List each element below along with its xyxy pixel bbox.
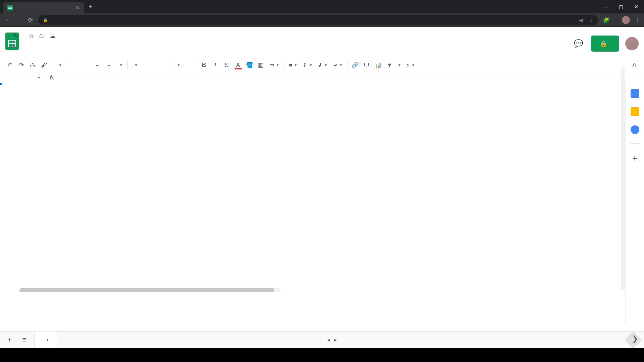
name-box[interactable]: ▼ xyxy=(0,72,44,83)
taskbar xyxy=(0,348,644,362)
paint-format-button[interactable]: 🖌 xyxy=(39,60,49,70)
v-align-button[interactable]: ↧▼ xyxy=(301,62,314,68)
sheet-tab[interactable]: ▼ xyxy=(34,331,57,348)
active-cell-indicator xyxy=(0,83,1,84)
menu-icon[interactable]: ⋮ xyxy=(635,17,640,23)
currency-button[interactable] xyxy=(70,60,80,70)
cloud-status-icon[interactable]: ☁ xyxy=(50,32,56,40)
star-icon[interactable]: ☆ xyxy=(29,32,34,40)
wrap-button[interactable]: ↲▼ xyxy=(316,62,329,68)
all-sheets-button[interactable]: ≡ xyxy=(19,336,30,344)
vertical-scrollbar[interactable] xyxy=(621,68,625,290)
strikethrough-button[interactable]: S xyxy=(222,60,232,70)
close-tab-icon[interactable]: ✕ xyxy=(76,5,80,10)
percent-button[interactable] xyxy=(81,60,91,70)
comment-button[interactable]: 🗨 xyxy=(362,60,372,70)
filter-views-button[interactable]: ▼ xyxy=(396,63,403,67)
italic-button[interactable]: I xyxy=(210,60,220,70)
link-button[interactable]: 🔗 xyxy=(350,60,360,70)
profile-avatar[interactable] xyxy=(622,16,630,24)
chart-button[interactable]: 📊 xyxy=(373,60,383,70)
rotate-button[interactable]: ⤻▼ xyxy=(331,62,344,68)
fx-icon: fx xyxy=(44,74,60,81)
lock-icon: 🔒 xyxy=(600,40,607,47)
h-align-button[interactable]: ≡▼ xyxy=(287,62,300,68)
side-panel: + xyxy=(625,83,644,323)
keep-icon[interactable] xyxy=(631,107,639,116)
sheet-nav-right[interactable]: ► xyxy=(333,337,338,343)
filter-button[interactable]: ▼ xyxy=(384,60,394,70)
toolbar: ↶ ↷ 🖶 🖌 ▼ ← → ▼ ▼ ▼ B I S A 🪣 ▦ ▭▼ ≡▼ ↧▼… xyxy=(0,58,644,72)
borders-button[interactable]: ▦ xyxy=(256,60,266,70)
back-button[interactable]: ← xyxy=(4,17,11,24)
formula-bar[interactable] xyxy=(60,72,644,83)
sheet-menu-icon[interactable]: ▼ xyxy=(46,338,49,342)
tasks-icon[interactable] xyxy=(631,125,639,134)
extensions-icon[interactable]: 🧩 xyxy=(603,17,609,23)
add-sheet-button[interactable]: + xyxy=(5,336,15,344)
expand-side-panel-button[interactable]: ❯ xyxy=(632,335,638,343)
sheets-favicon-icon xyxy=(7,5,13,10)
bookmark-icon[interactable]: ☆ xyxy=(589,17,593,23)
account-avatar[interactable] xyxy=(625,37,639,50)
share-button[interactable]: 🔒 xyxy=(591,36,619,52)
calendar-icon[interactable] xyxy=(631,89,639,98)
text-color-button[interactable]: A xyxy=(233,60,243,70)
minimize-button[interactable]: ― xyxy=(598,0,613,13)
horizontal-scrollbar[interactable] xyxy=(19,288,281,292)
reload-button[interactable]: ⟳ xyxy=(27,16,34,24)
redo-button[interactable]: ↷ xyxy=(16,60,26,70)
decrease-decimal-button[interactable]: ← xyxy=(93,60,103,70)
add-addon-button[interactable]: + xyxy=(632,153,637,164)
address-bar[interactable]: 🔒 ⊕ ☆ xyxy=(38,15,598,25)
collapse-toolbar-button[interactable]: ᐱ xyxy=(629,60,639,70)
sheet-nav-left[interactable]: ◄ xyxy=(326,337,331,343)
bold-button[interactable]: B xyxy=(199,60,209,70)
merge-button[interactable]: ▭▼ xyxy=(267,62,281,68)
close-window-button[interactable]: ✕ xyxy=(629,0,644,13)
font-select[interactable]: ▼ xyxy=(130,63,167,67)
move-icon[interactable]: 🗀 xyxy=(39,33,45,40)
lock-icon: 🔒 xyxy=(43,18,48,22)
print-button[interactable]: 🖶 xyxy=(28,60,38,70)
number-format-select[interactable]: ▼ xyxy=(115,63,125,67)
maximize-button[interactable]: ▢ xyxy=(613,0,629,13)
font-size-select[interactable]: ▼ xyxy=(173,63,193,67)
fill-color-button[interactable]: 🪣 xyxy=(245,60,255,70)
functions-button[interactable]: Σ▼ xyxy=(405,62,417,68)
reading-list-icon[interactable]: ≡ xyxy=(614,17,617,23)
browser-tab[interactable]: ✕ xyxy=(3,2,84,13)
comments-button[interactable]: 💬 xyxy=(572,37,585,50)
new-tab-button[interactable]: + xyxy=(84,3,97,11)
undo-button[interactable]: ↶ xyxy=(5,60,15,70)
zoom-select[interactable]: ▼ xyxy=(55,63,64,67)
sheets-logo[interactable] xyxy=(3,29,21,53)
zoom-icon[interactable]: ⊕ xyxy=(579,17,583,23)
increase-decimal-button[interactable]: → xyxy=(104,60,114,70)
forward-button[interactable]: → xyxy=(15,17,22,24)
